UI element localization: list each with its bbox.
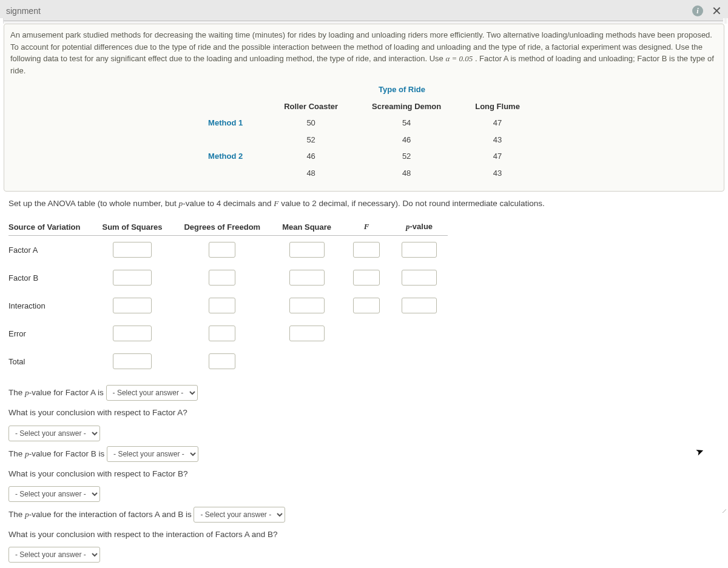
resize-handle-icon[interactable]: ⟋ <box>721 507 727 513</box>
type-of-ride-header: Type of Ride <box>267 81 537 98</box>
data-cell: 47 <box>458 148 537 165</box>
close-icon[interactable]: ✕ <box>712 4 722 18</box>
table-row: 48 48 43 <box>191 165 537 182</box>
factor-a-f-input[interactable] <box>353 242 380 258</box>
info-icon[interactable]: i <box>692 5 703 16</box>
anova-instruction: Set up the ANOVA table (to whole number,… <box>8 198 720 210</box>
factor-b-pvalue-select[interactable]: - Select your answer - <box>107 446 198 462</box>
anova-h-ss: Sum of Squares <box>91 218 173 236</box>
page-header: signment i ✕ <box>0 0 728 21</box>
interaction-p-input[interactable] <box>402 298 437 313</box>
col-long-flume: Long Flume <box>458 98 537 115</box>
factor-b-df-input[interactable] <box>209 270 235 286</box>
data-cell: 52 <box>267 132 355 149</box>
header-actions: i ✕ <box>692 4 722 18</box>
data-cell: 43 <box>458 165 537 182</box>
interaction-ms-input[interactable] <box>289 298 325 313</box>
anova-h-ms: Mean Square <box>271 218 342 236</box>
anova-table: Source of Variation Sum of Squares Degre… <box>8 218 448 375</box>
interaction-conclusion-q: What is your conclusion with respect to … <box>8 527 720 542</box>
anova-h-df: Degrees of Freedom <box>173 218 271 236</box>
data-cell: 43 <box>458 132 537 149</box>
anova-row-interaction: Interaction <box>8 292 448 319</box>
tab-label: signment <box>6 6 41 16</box>
factor-a-conclusion-select[interactable]: - Select your answer - <box>8 426 100 441</box>
interaction-f-input[interactable] <box>353 298 380 313</box>
factor-b-f-input[interactable] <box>353 270 380 286</box>
data-cell: 47 <box>458 115 537 132</box>
anova-h-f: F <box>342 218 391 236</box>
factor-a-ss-input[interactable] <box>113 242 152 258</box>
factor-b-p-input[interactable] <box>402 270 437 286</box>
question-prompt: An amusement park studied methods for de… <box>4 24 724 192</box>
data-table-wrap: Type of Ride Roller Coaster Screaming De… <box>10 81 718 181</box>
factor-a-conclusion-q: What is your conclusion with respect to … <box>8 406 720 420</box>
factor-b-ss-input[interactable] <box>113 270 152 286</box>
factor-b-conclusion-select[interactable]: - Select your answer - <box>8 486 100 502</box>
factor-a-pvalue-select[interactable]: - Select your answer - <box>106 385 198 401</box>
anova-row-total: Total <box>8 347 448 375</box>
error-ms-input[interactable] <box>289 326 325 341</box>
anova-row-factor-b: Factor B <box>8 264 448 292</box>
content-area: An amusement park studied methods for de… <box>0 24 728 568</box>
total-ss-input[interactable] <box>113 353 152 369</box>
answer-area: Set up the ANOVA table (to whole number,… <box>0 198 728 568</box>
data-cell: 48 <box>355 165 458 182</box>
data-cell: 52 <box>355 148 458 165</box>
method1-label: Method 1 <box>191 115 267 132</box>
table-row: Method 2 46 52 47 <box>191 148 537 165</box>
data-cell: 54 <box>355 115 458 132</box>
table-row: Method 1 50 54 47 <box>191 115 537 132</box>
factor-a-ms-input[interactable] <box>289 242 325 258</box>
interaction-df-input[interactable] <box>209 298 235 313</box>
anova-h-source: Source of Variation <box>8 218 91 236</box>
alpha-expression: α = 0.05 <box>445 54 473 63</box>
data-cell: 46 <box>267 148 355 165</box>
data-cell: 48 <box>267 165 355 182</box>
factor-a-p-input[interactable] <box>402 242 437 258</box>
anova-row-factor-a: Factor A <box>8 236 448 264</box>
factor-a-df-input[interactable] <box>209 242 235 258</box>
data-cell: 46 <box>355 132 458 149</box>
anova-label: Total <box>8 347 91 375</box>
interaction-ss-input[interactable] <box>113 298 152 313</box>
table-row: 52 46 43 <box>191 132 537 149</box>
anova-label: Error <box>8 319 91 347</box>
anova-h-p: p-value <box>391 218 448 236</box>
anova-label: Factor B <box>8 264 91 292</box>
method2-label: Method 2 <box>191 148 267 165</box>
col-roller-coaster: Roller Coaster <box>267 98 355 115</box>
factor-b-ms-input[interactable] <box>289 270 325 286</box>
total-df-input[interactable] <box>209 353 235 369</box>
factor-b-conclusion-q: What is your conclusion with respect to … <box>8 467 720 481</box>
anova-label: Factor A <box>8 236 91 264</box>
interaction-conclusion-select[interactable]: - Select your answer - <box>8 547 100 563</box>
data-cell: 50 <box>267 115 355 132</box>
ride-data-table: Type of Ride Roller Coaster Screaming De… <box>191 81 537 181</box>
anova-row-error: Error <box>8 319 448 347</box>
anova-label: Interaction <box>8 292 91 319</box>
error-ss-input[interactable] <box>113 326 152 341</box>
factor-b-pvalue-line: The p-value for Factor B is - Select you… <box>8 446 720 462</box>
col-screaming-demon: Screaming Demon <box>355 98 458 115</box>
error-df-input[interactable] <box>209 326 235 341</box>
factor-a-pvalue-line: The p-value for Factor A is - Select you… <box>8 385 720 401</box>
interaction-pvalue-line: The p-value for the interaction of facto… <box>8 507 720 523</box>
interaction-pvalue-select[interactable]: - Select your answer - <box>194 507 285 523</box>
